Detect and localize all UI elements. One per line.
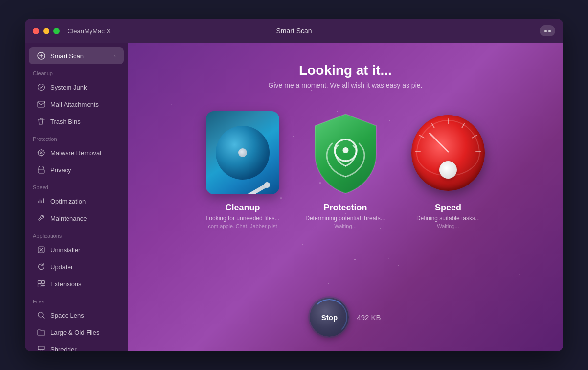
speed-desc: Defining suitable tasks...: [416, 215, 480, 222]
dot-icon: [548, 30, 551, 32]
section-label-speed: Speed: [25, 179, 128, 192]
sidebar-item-system-junk[interactable]: System Junk: [29, 79, 124, 95]
traffic-lights: [33, 28, 60, 34]
cleanup-icon-wrap: [204, 109, 282, 197]
sidebar-item-updater[interactable]: Updater: [29, 258, 124, 275]
sidebar-item-optimization[interactable]: Optimization: [29, 193, 124, 209]
sidebar-item-smart-scan[interactable]: Smart Scan ›: [29, 47, 124, 64]
titlebar: CleanMyMac X Smart Scan: [25, 19, 563, 43]
sidebar-item-label: Optimization: [50, 198, 86, 205]
speed-icon-wrap: [409, 109, 487, 197]
sidebar-item-label: Shredder: [50, 346, 76, 352]
sidebar-item-label: Malware Removal: [50, 149, 101, 157]
more-options-button[interactable]: [540, 25, 555, 36]
svg-line-17: [472, 135, 476, 138]
svg-rect-2: [38, 101, 45, 107]
svg-rect-8: [38, 284, 41, 287]
svg-line-14: [432, 123, 434, 127]
section-label-cleanup: Cleanup: [25, 65, 128, 78]
sidebar-item-uninstaller[interactable]: Uninstaller: [29, 241, 124, 258]
sidebar-item-space-lens[interactable]: Space Lens: [29, 307, 124, 324]
shield-icon: [308, 110, 384, 196]
trash-icon: [37, 117, 45, 126]
speed-title: Speed: [435, 203, 461, 213]
speed-sub: Waiting...: [437, 223, 459, 229]
system-junk-icon: [37, 83, 45, 92]
sidebar-item-extensions[interactable]: Extensions: [29, 276, 124, 292]
section-label-protection: Protection: [25, 130, 128, 144]
svg-point-9: [38, 312, 43, 317]
maintenance-icon: [37, 214, 45, 223]
sidebar-item-shredder[interactable]: Shredder: [29, 341, 124, 351]
sidebar-item-label: Maintenance: [50, 215, 87, 222]
cleanup-card: Cleanup Looking for unneeded files... co…: [199, 109, 287, 229]
svg-rect-6: [38, 281, 41, 284]
main-subtext: Give me a moment. We all wish it was eas…: [269, 81, 423, 89]
protection-sub: Waiting...: [334, 223, 356, 229]
sidebar-item-label: Large & Old Files: [50, 329, 99, 336]
updater-icon: [37, 262, 45, 271]
sidebar-item-label: Smart Scan: [50, 52, 84, 60]
folder-icon: [37, 328, 45, 337]
smart-scan-icon: [37, 51, 45, 60]
sidebar-item-label: Uninstaller: [50, 246, 80, 254]
svg-rect-10: [38, 346, 44, 350]
optimization-icon: [37, 197, 45, 206]
dot-icon: [544, 30, 547, 32]
shredder-icon: [37, 345, 45, 351]
protection-desc: Determining potential threats...: [305, 215, 385, 222]
content-area: Smart Scan › Cleanup System Junk: [25, 43, 563, 351]
minimize-button[interactable]: [43, 28, 49, 34]
privacy-icon: [37, 165, 45, 174]
sidebar-item-label: Mail Attachments: [50, 101, 99, 108]
main-content: Looking at it... Give me a moment. We al…: [128, 43, 563, 351]
main-heading: Looking at it...: [299, 63, 392, 78]
space-lens-icon: [37, 311, 45, 320]
scan-size: 492 KB: [357, 313, 381, 322]
svg-point-11: [342, 147, 348, 153]
sidebar: Smart Scan › Cleanup System Junk: [25, 43, 128, 351]
svg-line-16: [462, 123, 465, 127]
sidebar-item-label: Space Lens: [50, 312, 84, 319]
protection-title: Protection: [323, 203, 367, 213]
window-title: Smart Scan: [276, 27, 312, 35]
sidebar-item-privacy[interactable]: Privacy: [29, 162, 124, 178]
hdd-disk: [216, 126, 270, 180]
sidebar-item-mail-attachments[interactable]: Mail Attachments: [29, 96, 124, 113]
svg-line-13: [420, 135, 424, 138]
section-label-files: Files: [25, 293, 128, 306]
section-label-applications: Applications: [25, 227, 128, 241]
protection-card: Protection Determining potential threats…: [301, 109, 389, 229]
sidebar-item-arrow-icon: ›: [114, 53, 116, 59]
sidebar-item-label: Extensions: [50, 280, 82, 288]
hdd-icon: [206, 111, 279, 194]
svg-rect-7: [42, 281, 45, 284]
svg-point-1: [38, 84, 45, 91]
speed-card: Speed Defining suitable tasks... Waiting…: [404, 109, 492, 229]
sidebar-item-trash-bins[interactable]: Trash Bins: [29, 113, 124, 130]
malware-icon: [37, 148, 45, 157]
close-button[interactable]: [33, 28, 39, 34]
cleanup-title: Cleanup: [225, 203, 260, 213]
mail-icon: [37, 100, 45, 109]
sidebar-item-label: System Junk: [50, 84, 87, 91]
maximize-button[interactable]: [53, 28, 60, 34]
svg-rect-4: [38, 169, 44, 173]
app-name: CleanMyMac X: [68, 27, 111, 35]
hdd-arm: [245, 182, 271, 194]
gauge-center: [439, 161, 457, 179]
gauge-icon: [411, 115, 485, 191]
uninstaller-icon: [37, 245, 45, 254]
svg-line-19: [430, 133, 448, 151]
protection-icon-wrap: [306, 109, 384, 197]
stop-row: Stop 492 KB: [310, 298, 381, 337]
cleanup-sub: com.apple.iChat..Jabber.plist: [208, 223, 277, 229]
sidebar-item-label: Privacy: [50, 166, 71, 174]
extensions-icon: [37, 279, 45, 288]
sidebar-item-malware-removal[interactable]: Malware Removal: [29, 144, 124, 161]
cleanup-desc: Looking for unneeded files...: [206, 215, 280, 222]
sidebar-item-large-old-files[interactable]: Large & Old Files: [29, 324, 124, 341]
stop-button[interactable]: Stop: [310, 298, 349, 337]
cards-row: Cleanup Looking for unneeded files... co…: [199, 109, 492, 229]
sidebar-item-maintenance[interactable]: Maintenance: [29, 210, 124, 227]
